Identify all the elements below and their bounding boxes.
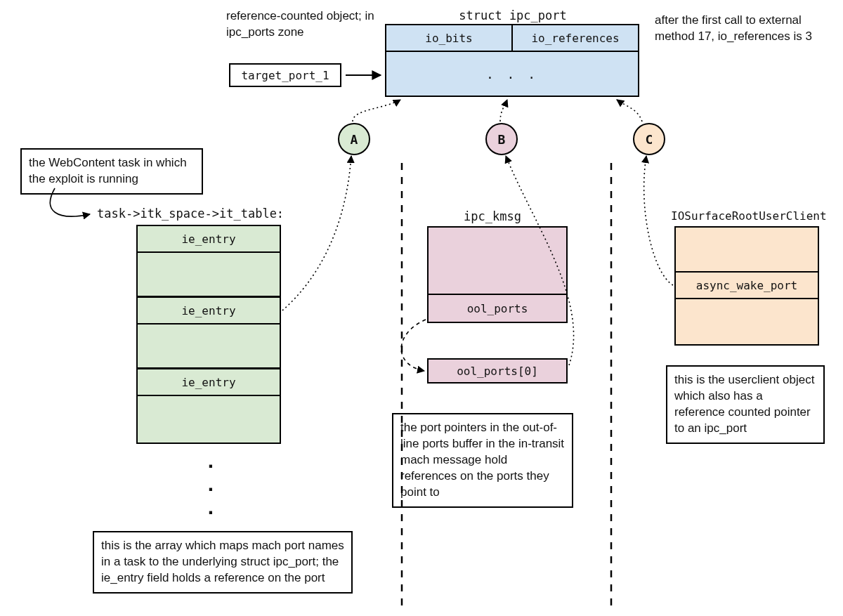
it-table-gap [138,325,280,369]
iosurface-gap [676,228,818,273]
iosurface-async-wake-port: async_wake_port [676,273,818,299]
it-table-entry: ie_entry [138,226,280,253]
it-table-gap [138,396,280,441]
it-table-entry: ie_entry [138,369,280,396]
webcontent-note: the WebContent task in which the exploit… [20,148,203,195]
ipc-port-field-io-bits: io_bits [386,25,511,51]
ipc-kmsg-struct: ool_ports [427,226,568,323]
it-table-entry: ie_entry [138,298,280,325]
ref-circle-b: B [485,123,518,155]
ipc-kmsg-body [429,228,566,295]
task-path-label: task->itk_space->it_table: [97,207,284,221]
io-references-note: after the first call to external method … [655,13,830,45]
target-port-box: target_port_1 [229,63,341,87]
ipc-kmsg-ool-ports: ool_ports [429,295,566,322]
it-table: ie_entry ie_entry ie_entry [136,225,281,444]
ipc-port-field-io-references: io_references [511,25,638,51]
it-table-gap [138,253,280,298]
ipc-port-zone-text: reference-counted object; in ipc_ports z… [226,8,388,41]
ipc-port-struct: io_bits io_references . . . [385,24,639,97]
iosurface-gap [676,299,818,344]
ipc-port-title: struct ipc_port [436,8,590,22]
iosurface-struct: async_wake_port [674,226,819,346]
ool-ports-item: ool_ports[0] [427,358,568,384]
ipc-kmsg-title: ipc_kmsg [464,209,521,223]
ref-circle-a: A [338,123,370,155]
it-table-note: this is the array which maps mach port n… [93,531,353,594]
iosurface-title: IOSurfaceRootUserClient [671,209,827,223]
it-table-continues-icon: ... [204,455,218,511]
iosurface-note: this is the userclient object which also… [666,365,825,444]
ipc-port-ellipsis: . . . [386,52,638,96]
ref-circle-c: C [633,123,665,155]
ipc-kmsg-note: the port pointers in the out-of-line por… [392,413,573,508]
